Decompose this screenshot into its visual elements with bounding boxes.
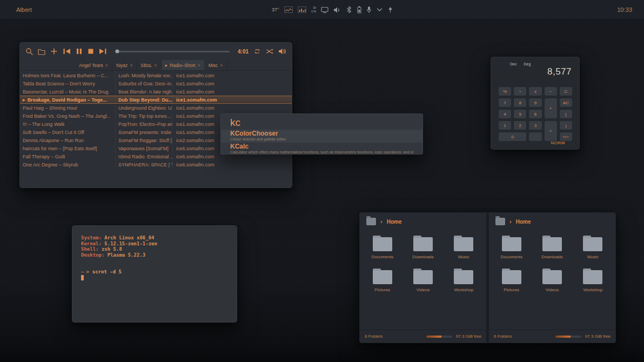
angle-mode-label[interactable]: Deg	[524, 62, 531, 66]
tray-expander-icon[interactable]	[387, 6, 393, 13]
calc-key-equals[interactable]: =	[545, 121, 557, 141]
next-button[interactable]	[99, 48, 107, 55]
folder-icon	[373, 237, 392, 251]
track-row[interactable]: ▶Breakage, David Rodigan – Toge...Dub St…	[20, 96, 292, 104]
folder-item-workshop[interactable]: Workshop	[444, 265, 484, 297]
calc-key-all-clear[interactable]: AC	[560, 98, 572, 107]
track-title: Holmes Ives Feat. Laura Burhenn – C...	[23, 73, 109, 78]
tab-close-icon[interactable]: ×	[105, 63, 108, 68]
calc-key-nine[interactable]: 9	[529, 98, 541, 107]
tab-close-icon[interactable]: ×	[197, 63, 200, 68]
repeat-icon[interactable]	[253, 48, 261, 55]
folder-item-music[interactable]: Music	[444, 232, 484, 264]
calc-key-seven[interactable]: 7	[499, 98, 511, 107]
search-icon[interactable]	[25, 48, 33, 55]
folder-item-workshop[interactable]: Workshop	[573, 265, 613, 297]
folder-label: Music	[587, 254, 599, 259]
folder-item-music[interactable]: Music	[573, 232, 613, 264]
track-row[interactable]: Paul Haig – Shining HourUnderground Eigh…	[20, 104, 292, 112]
track-title-cell: haircuts for men – [Pop Eats Itself]	[20, 144, 115, 152]
seek-slider-knob[interactable]	[116, 50, 119, 53]
breadcrumb-home[interactable]: Home	[516, 219, 531, 225]
folder-icon	[583, 270, 602, 284]
shuffle-icon[interactable]	[266, 48, 273, 55]
calc-key-eight[interactable]: 8	[514, 98, 526, 107]
track-row[interactable]: One Arc Degree – SkyrubSYNPHAERA: SPACE …	[20, 160, 292, 169]
folder-item-videos[interactable]: Videos	[532, 265, 572, 297]
calc-key-two[interactable]: 2	[514, 121, 526, 130]
launcher-input[interactable]: kc	[221, 114, 422, 130]
calc-key-divide[interactable]: ÷	[514, 87, 526, 96]
chevron-down-icon[interactable]	[377, 8, 383, 12]
track-row[interactable]: Bassnectar, Luzcid – Music Is The DrugBe…	[20, 88, 292, 96]
tab-label: SBoL	[141, 63, 152, 68]
memory-graph-icon[interactable]	[298, 6, 306, 13]
calc-key-zero[interactable]: 0	[499, 132, 526, 141]
track-title: !!! – The Long Walk	[23, 122, 65, 127]
calc-key-multiply[interactable]: x	[529, 87, 541, 96]
network-speed-widget[interactable]: 1k 17k	[311, 6, 317, 14]
previous-button[interactable]	[63, 48, 71, 55]
track-title-cell: Holmes Ives Feat. Laura Burhenn – C...	[20, 71, 115, 79]
tab-close-icon[interactable]: ×	[154, 63, 157, 68]
calc-key-decimal[interactable]: .	[529, 132, 541, 141]
stop-button[interactable]	[88, 48, 94, 55]
folder-icon	[454, 270, 473, 284]
info-label: Desktop:	[81, 252, 108, 258]
cpu-graph-icon[interactable]	[284, 6, 293, 13]
breadcrumb-home[interactable]: Home	[387, 219, 402, 225]
tab-close-icon[interactable]: ×	[220, 63, 223, 68]
calc-key-six[interactable]: 6	[529, 110, 541, 118]
volume-button[interactable]	[278, 48, 286, 55]
calc-key-plus-minus[interactable]: +/−	[560, 132, 572, 141]
launcher-result-kcalc[interactable]: KCalcCalculator which offers many mathem…	[221, 143, 422, 155]
clock[interactable]: 10:33	[617, 0, 632, 19]
tab-sbol[interactable]: SBoL×	[137, 60, 162, 70]
library-folder-icon[interactable]	[38, 48, 45, 55]
calc-key-three[interactable]: 3	[529, 121, 541, 130]
places-folder-icon[interactable]	[495, 218, 505, 225]
tab-close-icon[interactable]: ×	[130, 63, 132, 68]
calc-key-five[interactable]: 5	[514, 110, 526, 118]
folder-item-documents[interactable]: Documents	[362, 232, 403, 264]
seek-slider[interactable]	[115, 51, 230, 52]
prompt-symbol: –	[81, 269, 84, 274]
terminal-window[interactable]: System: Arch Linux x86_64Kernel: 5.12.15…	[72, 225, 237, 323]
battery-icon[interactable]	[357, 6, 361, 14]
display-icon[interactable]	[321, 6, 328, 14]
calc-key-close-paren[interactable]: )	[560, 121, 572, 130]
calc-key-four[interactable]: 4	[499, 110, 511, 118]
folder-label: Music	[458, 254, 469, 259]
folder-item-pictures[interactable]: Pictures	[362, 265, 403, 297]
tab-niyaz[interactable]: Niyaz×	[112, 60, 137, 70]
calc-key-plus[interactable]: +	[545, 98, 557, 118]
track-title: Tabla Beat Science – Don't Worry	[23, 81, 95, 86]
calc-key-minus[interactable]: −	[545, 87, 557, 96]
calc-key-percent[interactable]: %	[499, 87, 511, 96]
calc-key-open-paren[interactable]: (	[560, 110, 572, 118]
net-down-label: 17k	[311, 10, 317, 14]
bluetooth-icon[interactable]	[346, 6, 352, 14]
track-description: PopTron: Electro–Pop an...	[115, 120, 172, 128]
track-row[interactable]: Tabla Beat Science – Don't WorrySuburbs …	[20, 79, 292, 88]
places-folder-icon[interactable]	[366, 218, 376, 225]
folder-item-pictures[interactable]: Pictures	[491, 265, 532, 297]
folder-item-downloads[interactable]: Downloads	[532, 232, 572, 264]
tab-radio-short[interactable]: ▶Radio–Short×	[162, 60, 205, 70]
microphone-icon[interactable]	[366, 6, 372, 14]
add-icon[interactable]	[50, 48, 58, 55]
volume-icon[interactable]	[333, 6, 341, 14]
tab-misc[interactable]: Misc×	[205, 60, 227, 70]
base-mode-label[interactable]: Dec	[510, 62, 516, 66]
folder-item-downloads[interactable]: Downloads	[403, 232, 443, 264]
track-row[interactable]: Holmes Ives Feat. Laura Burhenn – C...Lu…	[20, 71, 292, 79]
pause-button[interactable]	[76, 48, 83, 55]
tab-angel-tears[interactable]: Angel Tears×	[75, 60, 112, 70]
calc-key-one[interactable]: 1	[499, 121, 511, 130]
folder-item-documents[interactable]: Documents	[491, 232, 532, 264]
track-title-cell: !!! – The Long Walk	[20, 120, 115, 128]
folder-item-videos[interactable]: Videos	[403, 265, 443, 297]
temperature-widget[interactable]: 37°	[272, 7, 279, 12]
calc-key-clear[interactable]: C	[560, 87, 572, 96]
launcher-result-kcolorchooser[interactable]: KColorChooserColour selector and palette…	[221, 130, 422, 143]
